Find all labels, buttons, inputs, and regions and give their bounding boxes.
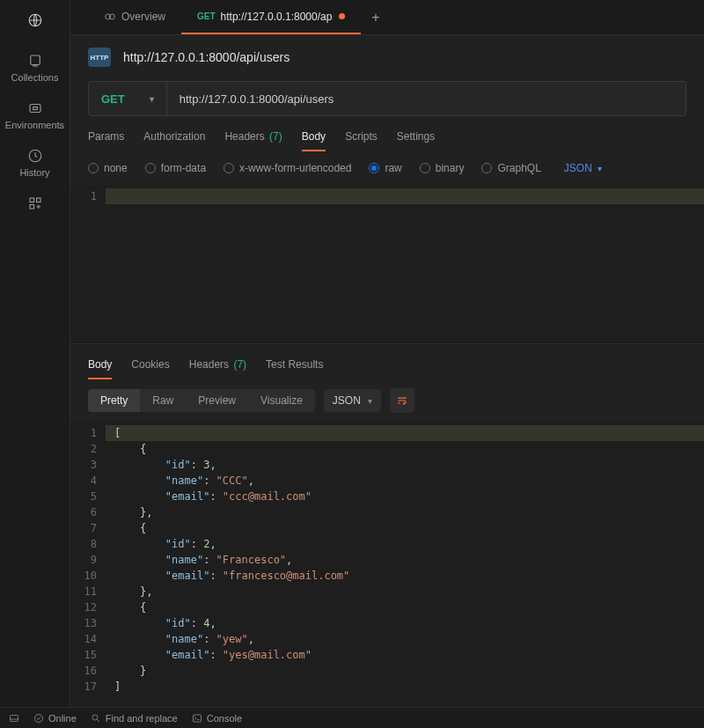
overview-icon [104, 11, 116, 23]
svg-rect-1 [30, 55, 40, 65]
status-online[interactable]: Online [33, 713, 77, 724]
resp-lang-select[interactable]: JSON ▾ [324, 389, 381, 412]
resp-tab-test-results[interactable]: Test Results [266, 358, 323, 379]
tab-method: GET [197, 11, 216, 21]
tab-settings[interactable]: Settings [397, 130, 435, 151]
tab-label: http://127.0.0.1:8000/ap [221, 11, 333, 23]
sidebar-item-label: History [19, 167, 49, 178]
svg-rect-7 [30, 205, 34, 210]
status-find-replace[interactable]: Find and replace [91, 713, 178, 724]
sidebar-item-collections[interactable]: Collections [0, 53, 70, 83]
svg-point-11 [35, 714, 43, 722]
svg-rect-3 [33, 107, 37, 110]
status-console[interactable]: Console [192, 713, 242, 724]
svg-rect-6 [36, 198, 40, 202]
view-raw-button[interactable]: Raw [140, 389, 186, 412]
svg-rect-10 [11, 715, 18, 721]
wrap-lines-button[interactable] [390, 388, 414, 413]
collections-icon [27, 53, 43, 69]
request-title: http://127.0.0.1:8000/api/users [123, 50, 290, 64]
resp-tab-body[interactable]: Body [88, 358, 112, 379]
sidebar-item-label: Environments [5, 120, 64, 130]
method-label: GET [101, 92, 125, 106]
workspace-icon[interactable] [0, 12, 70, 28]
editor-gutter: 1 [70, 185, 106, 343]
unsaved-dot-icon [339, 13, 345, 19]
request-body-editor[interactable]: 1 [70, 185, 704, 343]
radio-raw[interactable]: raw [369, 162, 401, 174]
tab-add-button[interactable]: + [361, 10, 390, 26]
status-bar: Online Find and replace Console [0, 707, 704, 728]
sidebar-item-history[interactable]: History [0, 148, 70, 178]
tab-overview[interactable]: Overview [88, 0, 181, 34]
method-select[interactable]: GET ▾ [89, 82, 167, 115]
view-visualize-button[interactable]: Visualize [248, 389, 315, 412]
grid-add-icon [27, 195, 43, 211]
history-icon [27, 148, 43, 164]
svg-rect-13 [193, 715, 201, 722]
tab-params[interactable]: Params [88, 130, 124, 151]
url-input[interactable] [167, 82, 686, 115]
body-format-select[interactable]: JSON ▾ [564, 162, 602, 174]
chevron-down-icon: ▾ [598, 164, 602, 173]
sidebar-item-label: Collections [11, 72, 59, 83]
radio-xwww[interactable]: x-www-form-urlencoded [224, 162, 351, 174]
chevron-down-icon: ▾ [150, 94, 154, 104]
sidebar-item-more[interactable] [0, 195, 70, 211]
view-preview-button[interactable]: Preview [186, 389, 248, 412]
sidebar-rail: Collections Environments History [0, 0, 70, 707]
tab-body[interactable]: Body [302, 130, 326, 151]
url-bar: GET ▾ [88, 81, 686, 116]
svg-rect-5 [30, 198, 34, 202]
status-panel-toggle[interactable] [9, 713, 19, 724]
svg-point-12 [92, 715, 98, 720]
resp-tab-headers[interactable]: Headers (7) [189, 358, 246, 379]
svg-rect-2 [30, 105, 40, 113]
resp-view-mode: Pretty Raw Preview Visualize [88, 389, 315, 412]
tab-request[interactable]: GET http://127.0.0.1:8000/ap [181, 0, 361, 34]
resp-tab-cookies[interactable]: Cookies [131, 358, 169, 379]
request-tabs: Overview GET http://127.0.0.1:8000/ap + [70, 0, 704, 35]
radio-none[interactable]: none [88, 162, 128, 174]
radio-form-data[interactable]: form-data [145, 162, 206, 174]
environments-icon [27, 100, 43, 116]
response-body-editor[interactable]: 1234567891011121314151617 [ { "id": 3, "… [70, 422, 704, 707]
tab-label: Overview [121, 11, 165, 23]
radio-binary[interactable]: binary [420, 162, 465, 174]
sidebar-item-environments[interactable]: Environments [0, 100, 70, 130]
editor-gutter: 1234567891011121314151617 [70, 422, 106, 707]
tab-scripts[interactable]: Scripts [345, 130, 378, 151]
chevron-down-icon: ▾ [368, 396, 372, 406]
view-pretty-button[interactable]: Pretty [88, 389, 140, 412]
tab-authorization[interactable]: Authorization [143, 130, 205, 151]
radio-graphql[interactable]: GraphQL [481, 162, 540, 174]
tab-headers[interactable]: Headers (7) [224, 130, 282, 151]
http-badge: HTTP [88, 48, 111, 67]
